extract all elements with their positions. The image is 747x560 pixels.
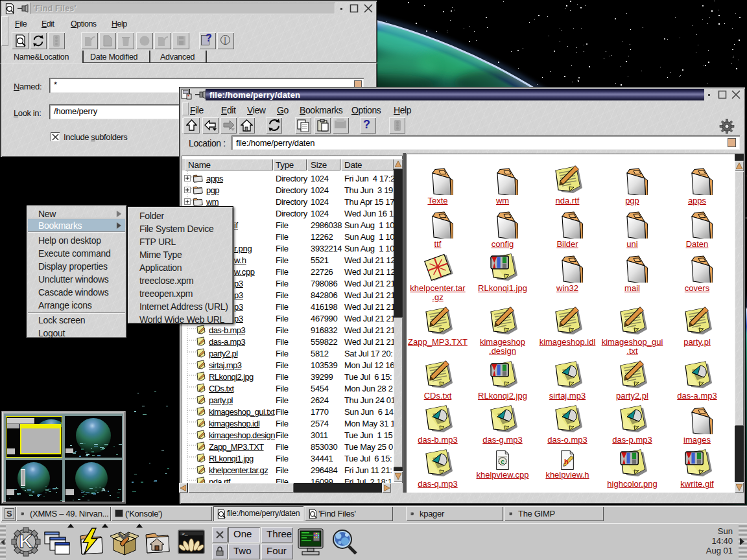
svg-text:>_: >_ [182,531,188,537]
svg-text:K: K [19,530,33,552]
